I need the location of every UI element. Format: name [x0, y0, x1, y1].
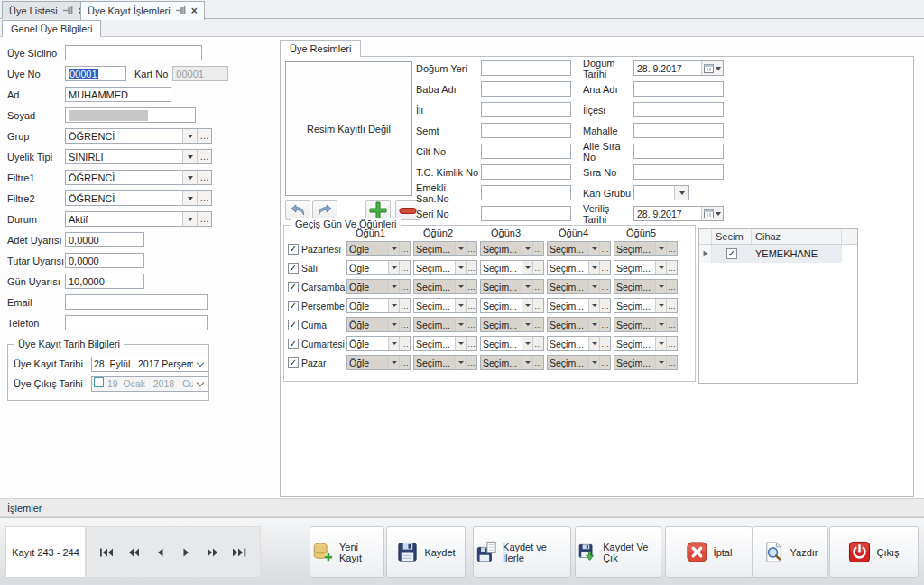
dropdown-arrow-icon[interactable] — [388, 356, 399, 369]
identity-field-input[interactable] — [481, 102, 571, 117]
meal-combo-1[interactable]: Öğle — [346, 336, 411, 351]
filtre1-combo[interactable]: ÖĞRENCİ — [65, 170, 212, 185]
dropdown-arrow-icon[interactable] — [455, 337, 466, 350]
day-checkbox[interactable] — [288, 320, 299, 330]
meal-combo-3[interactable]: Seçim... — [480, 241, 544, 256]
identity-field-input[interactable] — [481, 185, 571, 200]
dropdown-arrow-icon[interactable] — [388, 242, 399, 255]
dropdown-arrow-icon[interactable] — [455, 280, 466, 293]
nav-previous-button[interactable] — [150, 543, 170, 562]
dropdown-arrow-icon[interactable] — [588, 299, 599, 312]
ellipsis-icon[interactable] — [197, 129, 211, 143]
durum-combo[interactable]: Aktif — [65, 211, 212, 227]
verilis-tarihi-picker[interactable]: 28. 9.2017 — [633, 206, 724, 221]
meal-combo-3[interactable]: Seçim... — [480, 260, 544, 275]
photo-add-button[interactable] — [365, 200, 391, 220]
meal-combo-1[interactable]: Öğle — [346, 241, 411, 256]
dropdown-arrow-icon[interactable] — [388, 318, 399, 331]
meal-combo-1[interactable]: Öğle — [346, 260, 411, 275]
ellipsis-icon[interactable] — [466, 318, 476, 331]
ellipsis-icon[interactable] — [599, 261, 610, 274]
dropdown-arrow-icon[interactable] — [388, 280, 399, 293]
ellipsis-icon[interactable] — [466, 299, 476, 312]
meal-combo-2[interactable]: Seçim... — [413, 241, 477, 256]
ellipsis-icon[interactable] — [466, 337, 476, 350]
day-checkbox[interactable] — [288, 339, 299, 349]
ellipsis-icon[interactable] — [399, 318, 410, 331]
uye-no-input[interactable]: 00001 — [65, 66, 126, 81]
ellipsis-icon[interactable] — [599, 299, 610, 312]
ellipsis-icon[interactable] — [532, 337, 543, 350]
device-checkbox-cell[interactable] — [712, 245, 752, 263]
dropdown-arrow-icon[interactable] — [588, 318, 599, 331]
pin-icon[interactable] — [63, 5, 73, 16]
device-row[interactable]: YEMEKHANE — [699, 245, 857, 263]
mahalle-input[interactable] — [633, 123, 724, 138]
gun-uyarisi-input[interactable]: 10,0000 — [65, 274, 144, 289]
ellipsis-icon[interactable] — [466, 280, 476, 293]
chevron-down-icon[interactable] — [193, 358, 208, 371]
dropdown-arrow-icon[interactable] — [522, 261, 532, 274]
day-checkbox[interactable] — [288, 301, 299, 311]
tab-uye-kayit-islemleri[interactable]: Üye Kayıt İşlemleri — [80, 1, 205, 20]
day-checkbox[interactable] — [288, 244, 299, 255]
ellipsis-icon[interactable] — [466, 261, 476, 274]
dropdown-arrow-icon[interactable] — [655, 242, 666, 255]
meal-combo-5[interactable]: Seçim... — [614, 241, 678, 256]
meal-combo-1[interactable]: Öğle — [346, 298, 411, 313]
ad-input[interactable]: MUHAMMED — [65, 87, 171, 102]
meal-combo-4[interactable]: Seçim... — [547, 317, 611, 332]
ellipsis-icon[interactable] — [532, 356, 543, 369]
meal-combo-4[interactable]: Seçim... — [547, 241, 611, 256]
dropdown-arrow-icon[interactable] — [388, 337, 399, 350]
iptal-button[interactable]: İptal — [665, 526, 753, 578]
ellipsis-icon[interactable] — [197, 212, 211, 226]
tab-uye-listesi[interactable]: Üye Listesi — [2, 1, 92, 19]
filtre2-combo[interactable]: ÖĞRENCİ — [65, 190, 212, 206]
kaydet-button[interactable]: Kaydet — [386, 526, 466, 578]
meal-combo-2[interactable]: Seçim... — [413, 355, 477, 370]
nav-first-button[interactable] — [97, 543, 117, 562]
dropdown-arrow-icon[interactable] — [522, 337, 532, 350]
nav-previous-page-button[interactable] — [124, 543, 143, 562]
kaydet-ve-ilerle-button[interactable]: Kaydet ve İlerle — [473, 526, 571, 578]
ellipsis-icon[interactable] — [197, 171, 211, 184]
calendar-icon[interactable] — [701, 207, 723, 220]
ellipsis-icon[interactable] — [532, 242, 543, 255]
nav-next-page-button[interactable] — [203, 543, 223, 562]
ellipsis-icon[interactable] — [532, 261, 543, 274]
day-checkbox[interactable] — [288, 282, 299, 292]
meal-combo-4[interactable]: Seçim... — [547, 355, 611, 370]
dropdown-arrow-icon[interactable] — [588, 280, 599, 293]
dropdown-arrow-icon[interactable] — [588, 242, 599, 255]
dropdown-arrow-icon[interactable] — [522, 242, 532, 255]
ellipsis-icon[interactable] — [666, 299, 677, 312]
nav-next-button[interactable] — [177, 543, 197, 562]
day-checkbox[interactable] — [288, 263, 299, 274]
identity-field-input[interactable] — [481, 164, 571, 180]
dropdown-arrow-icon[interactable] — [588, 337, 599, 350]
secim-column-header[interactable]: Secim — [712, 229, 752, 244]
meal-combo-5[interactable]: Seçim... — [614, 298, 678, 313]
ellipsis-icon[interactable] — [666, 261, 677, 274]
dropdown-arrow-icon[interactable] — [182, 150, 197, 163]
dropdown-arrow-icon[interactable] — [655, 356, 666, 369]
dropdown-arrow-icon[interactable] — [655, 261, 666, 274]
ellipsis-icon[interactable] — [666, 280, 677, 293]
dropdown-arrow-icon[interactable] — [455, 318, 466, 331]
dropdown-arrow-icon[interactable] — [455, 299, 466, 312]
dogum-tarihi-picker[interactable]: 28. 9.2017 — [633, 60, 724, 76]
meal-combo-2[interactable]: Seçim... — [413, 298, 477, 313]
ellipsis-icon[interactable] — [197, 150, 211, 163]
ellipsis-icon[interactable] — [599, 356, 610, 369]
adet-uyarisi-input[interactable]: 0,0000 — [65, 232, 144, 247]
meal-combo-5[interactable]: Seçim... — [614, 317, 678, 332]
meal-combo-2[interactable]: Seçim... — [413, 260, 477, 275]
meal-combo-3[interactable]: Seçim... — [480, 298, 544, 313]
dropdown-arrow-icon[interactable] — [182, 191, 197, 205]
kan-grubu-combo[interactable] — [633, 185, 689, 200]
dropdown-arrow-icon[interactable] — [455, 356, 466, 369]
meal-combo-5[interactable]: Seçim... — [614, 260, 678, 275]
dropdown-arrow-icon[interactable] — [588, 356, 599, 369]
chevron-down-icon[interactable] — [193, 377, 208, 391]
